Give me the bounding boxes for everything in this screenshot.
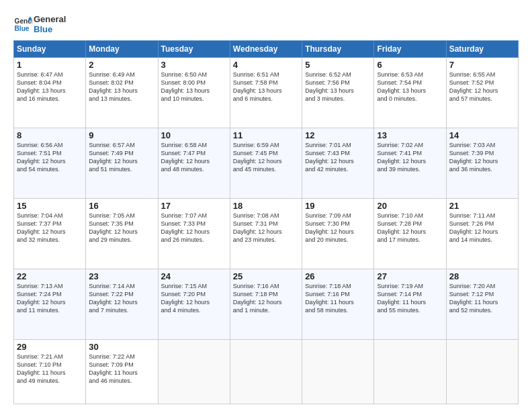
day-number: 7 [449,60,515,70]
calendar-cell [302,339,374,404]
calendar-cell: 19Sunrise: 7:09 AMSunset: 7:30 PMDayligh… [302,198,374,269]
day-number: 12 [305,130,371,140]
calendar-cell: 10Sunrise: 6:58 AMSunset: 7:47 PMDayligh… [158,128,230,198]
day-number: 19 [305,201,371,211]
cell-info: Sunrise: 7:01 AMSunset: 7:43 PMDaylight:… [305,141,371,174]
day-number: 9 [89,130,154,140]
cell-info: Sunrise: 6:55 AMSunset: 7:52 PMDaylight:… [449,71,515,103]
calendar-cell: 12Sunrise: 7:01 AMSunset: 7:43 PMDayligh… [302,128,374,198]
calendar-cell [446,339,518,404]
page: General Blue General Blue SundayMondayTu… [0,0,532,411]
cell-info: Sunrise: 7:19 AMSunset: 7:14 PMDaylight:… [377,282,443,315]
day-number: 21 [449,201,515,211]
day-number: 27 [377,271,443,281]
cell-info: Sunrise: 6:51 AMSunset: 7:58 PMDaylight:… [233,71,299,103]
calendar-cell: 20Sunrise: 7:10 AMSunset: 7:28 PMDayligh… [374,198,446,269]
calendar-cell: 1Sunrise: 6:47 AMSunset: 8:04 PMDaylight… [14,57,86,128]
calendar-cell: 25Sunrise: 7:16 AMSunset: 7:18 PMDayligh… [230,269,302,339]
calendar-cell: 3Sunrise: 6:50 AMSunset: 8:00 PMDaylight… [158,57,230,128]
calendar-cell: 15Sunrise: 7:04 AMSunset: 7:37 PMDayligh… [14,198,86,269]
day-number: 22 [17,271,83,281]
calendar-cell: 6Sunrise: 6:53 AMSunset: 7:54 PMDaylight… [374,57,446,128]
cell-info: Sunrise: 7:04 AMSunset: 7:37 PMDaylight:… [17,212,83,244]
cell-info: Sunrise: 7:02 AMSunset: 7:41 PMDaylight:… [377,141,443,174]
logo: General Blue General Blue [13,15,66,35]
cell-info: Sunrise: 7:10 AMSunset: 7:28 PMDaylight:… [377,212,443,244]
cell-info: Sunrise: 6:50 AMSunset: 8:00 PMDaylight:… [161,71,227,103]
calendar-cell [230,339,302,404]
header: General Blue General Blue [13,12,519,35]
cell-info: Sunrise: 7:21 AMSunset: 7:10 PMDaylight:… [17,353,83,385]
day-number: 8 [17,130,83,140]
calendar-cell: 7Sunrise: 6:55 AMSunset: 7:52 PMDaylight… [446,57,518,128]
calendar-cell [374,339,446,404]
cell-info: Sunrise: 6:58 AMSunset: 7:47 PMDaylight:… [161,141,227,174]
day-number: 3 [161,60,227,70]
calendar-cell: 28Sunrise: 7:20 AMSunset: 7:12 PMDayligh… [446,269,518,339]
cell-info: Sunrise: 6:49 AMSunset: 8:02 PMDaylight:… [89,71,154,103]
day-number: 24 [161,271,227,281]
calendar-cell: 14Sunrise: 7:03 AMSunset: 7:39 PMDayligh… [446,128,518,198]
day-number: 4 [233,60,299,70]
calendar-cell: 4Sunrise: 6:51 AMSunset: 7:58 PMDaylight… [230,57,302,128]
day-number: 17 [161,201,227,211]
day-number: 15 [17,201,83,211]
cell-info: Sunrise: 7:16 AMSunset: 7:18 PMDaylight:… [233,282,299,315]
calendar-cell: 16Sunrise: 7:05 AMSunset: 7:35 PMDayligh… [86,198,158,269]
calendar-cell: 9Sunrise: 6:57 AMSunset: 7:49 PMDaylight… [86,128,158,198]
day-number: 14 [449,130,515,140]
day-number: 30 [89,342,154,352]
day-number: 5 [305,60,371,70]
calendar-cell: 27Sunrise: 7:19 AMSunset: 7:14 PMDayligh… [374,269,446,339]
day-number: 20 [377,201,443,211]
calendar-table: SundayMondayTuesdayWednesdayThursdayFrid… [13,40,519,404]
calendar-cell: 26Sunrise: 7:18 AMSunset: 7:16 PMDayligh… [302,269,374,339]
cell-info: Sunrise: 7:11 AMSunset: 7:26 PMDaylight:… [449,212,515,244]
calendar-cell: 21Sunrise: 7:11 AMSunset: 7:26 PMDayligh… [446,198,518,269]
logo-general: General [34,15,66,25]
cell-info: Sunrise: 6:53 AMSunset: 7:54 PMDaylight:… [377,71,443,103]
day-number: 2 [89,60,154,70]
day-number: 28 [449,271,515,281]
cell-info: Sunrise: 7:08 AMSunset: 7:31 PMDaylight:… [233,212,299,244]
day-number: 13 [377,130,443,140]
logo-blue: Blue [34,25,66,35]
cell-info: Sunrise: 6:59 AMSunset: 7:45 PMDaylight:… [233,141,299,174]
cell-info: Sunrise: 7:07 AMSunset: 7:33 PMDaylight:… [161,212,227,244]
day-number: 1 [17,60,83,70]
day-number: 10 [161,130,227,140]
calendar-cell: 13Sunrise: 7:02 AMSunset: 7:41 PMDayligh… [374,128,446,198]
day-number: 6 [377,60,443,70]
cell-info: Sunrise: 7:14 AMSunset: 7:22 PMDaylight:… [89,282,154,315]
cell-info: Sunrise: 7:09 AMSunset: 7:30 PMDaylight:… [305,212,371,244]
calendar-cell: 17Sunrise: 7:07 AMSunset: 7:33 PMDayligh… [158,198,230,269]
calendar-cell: 24Sunrise: 7:15 AMSunset: 7:20 PMDayligh… [158,269,230,339]
calendar-cell: 2Sunrise: 6:49 AMSunset: 8:02 PMDaylight… [86,57,158,128]
cell-info: Sunrise: 6:47 AMSunset: 8:04 PMDaylight:… [17,71,83,103]
day-number: 25 [233,271,299,281]
col-header-monday: Monday [86,40,158,57]
calendar-cell: 23Sunrise: 7:14 AMSunset: 7:22 PMDayligh… [86,269,158,339]
col-header-tuesday: Tuesday [158,40,230,57]
col-header-friday: Friday [374,40,446,57]
calendar-cell: 22Sunrise: 7:13 AMSunset: 7:24 PMDayligh… [14,269,86,339]
col-header-wednesday: Wednesday [230,40,302,57]
calendar-cell: 8Sunrise: 6:56 AMSunset: 7:51 PMDaylight… [14,128,86,198]
logo-icon: General Blue [13,15,32,34]
cell-info: Sunrise: 7:20 AMSunset: 7:12 PMDaylight:… [449,282,515,315]
col-header-saturday: Saturday [446,40,518,57]
cell-info: Sunrise: 7:05 AMSunset: 7:35 PMDaylight:… [89,212,154,244]
calendar-cell: 11Sunrise: 6:59 AMSunset: 7:45 PMDayligh… [230,128,302,198]
day-number: 29 [17,342,83,352]
cell-info: Sunrise: 7:18 AMSunset: 7:16 PMDaylight:… [305,282,371,315]
cell-info: Sunrise: 7:15 AMSunset: 7:20 PMDaylight:… [161,282,227,315]
cell-info: Sunrise: 7:22 AMSunset: 7:09 PMDaylight:… [89,353,154,385]
day-number: 16 [89,201,154,211]
calendar-cell: 29Sunrise: 7:21 AMSunset: 7:10 PMDayligh… [14,339,86,404]
cell-info: Sunrise: 7:13 AMSunset: 7:24 PMDaylight:… [17,282,83,315]
calendar-cell: 5Sunrise: 6:52 AMSunset: 7:56 PMDaylight… [302,57,374,128]
col-header-thursday: Thursday [302,40,374,57]
cell-info: Sunrise: 7:03 AMSunset: 7:39 PMDaylight:… [449,141,515,174]
day-number: 18 [233,201,299,211]
calendar-cell: 30Sunrise: 7:22 AMSunset: 7:09 PMDayligh… [86,339,158,404]
